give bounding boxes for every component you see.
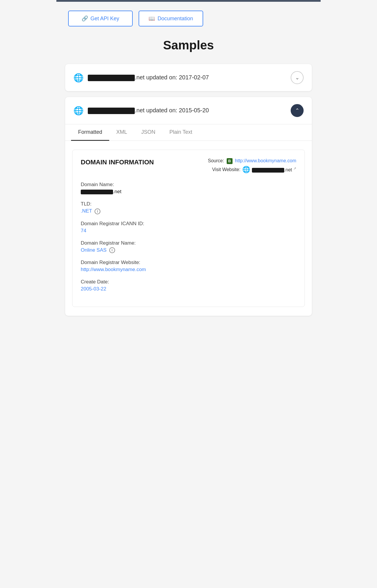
create-date-field: Create Date: 2005-03-22 — [81, 279, 296, 292]
link-icon: 🔗 — [82, 15, 88, 22]
toggle-btn-1[interactable]: ⌄ — [291, 71, 304, 84]
registrar-icann-field: Domain Registrar ICANN ID: 74 — [81, 221, 296, 234]
registrar-website-label: Domain Registrar Website: — [81, 260, 296, 265]
visit-website-label: Visit Website: — [212, 167, 240, 172]
sample-title-1: .net updated on: 2017-02-07 — [88, 74, 209, 81]
registrar-icann-label: Domain Registrar ICANN ID: — [81, 221, 296, 227]
book-icon: 📖 — [149, 15, 155, 22]
source-url-link[interactable]: http://www.bookmyname.com — [235, 158, 296, 163]
registrar-name-info-icon[interactable]: i — [109, 247, 115, 253]
ext-link-icon: ↗ — [293, 166, 296, 171]
redacted-domain-name — [81, 190, 113, 194]
sample-card-2: 🌐 .net updated on: 2015-05-20 ⌃ Formatte… — [65, 97, 312, 316]
create-date-label: Create Date: — [81, 279, 296, 285]
tab-plain-text[interactable]: Plain Text — [162, 124, 199, 141]
sample-header-1[interactable]: 🌐 .net updated on: 2017-02-07 ⌄ — [65, 64, 312, 91]
get-api-key-button[interactable]: 🔗 Get API Key — [68, 11, 133, 26]
source-row: Source: B http://www.bookmyname.com — [208, 158, 296, 164]
redacted-visit-domain — [252, 168, 284, 173]
redacted-domain-2 — [88, 108, 135, 114]
tab-json[interactable]: JSON — [134, 124, 162, 141]
domain-name-field: Domain Name: .net — [81, 182, 296, 195]
tab-formatted[interactable]: Formatted — [71, 124, 109, 141]
redacted-domain-1 — [88, 75, 135, 81]
sample-title-2: .net updated on: 2015-05-20 — [88, 107, 209, 114]
toggle-btn-2[interactable]: ⌃ — [291, 104, 304, 117]
visit-website-row: Visit Website: 🌐 .net ↗ — [208, 166, 296, 173]
registrar-name-label: Domain Registrar Name: — [81, 240, 296, 246]
tld-value: .NET i — [81, 208, 296, 214]
visit-globe-icon: 🌐 — [242, 166, 250, 173]
tld-info-icon[interactable]: i — [95, 208, 100, 214]
tld-field: TLD: .NET i — [81, 201, 296, 214]
documentation-label: Documentation — [157, 16, 193, 22]
tab-xml[interactable]: XML — [109, 124, 134, 141]
page-title: Samples — [56, 32, 321, 64]
chevron-down-icon-1: ⌄ — [295, 74, 299, 81]
sample-expanded-2: Formatted XML JSON Plain Text DOMAIN INF… — [65, 124, 312, 316]
domain-info-card: DOMAIN INFORMATION Source: B http://www.… — [72, 150, 305, 307]
documentation-button[interactable]: 📖 Documentation — [139, 11, 203, 26]
chevron-up-icon-2: ⌃ — [295, 107, 299, 114]
registrar-website-field: Domain Registrar Website: http://www.boo… — [81, 260, 296, 273]
registrar-icann-value: 74 — [81, 228, 296, 234]
domain-name-value: .net — [81, 189, 296, 195]
domain-name-label: Domain Name: — [81, 182, 296, 188]
domain-source: Source: B http://www.bookmyname.com Visi… — [208, 158, 296, 173]
registrar-name-field: Domain Registrar Name: Online SAS i — [81, 240, 296, 253]
tld-label: TLD: — [81, 201, 296, 207]
get-api-key-label: Get API Key — [90, 16, 119, 22]
globe-icon-2: 🌐 — [73, 106, 84, 116]
registrar-website-value: http://www.bookmyname.com — [81, 267, 296, 273]
source-icon-b: B — [227, 158, 233, 164]
sample-header-2[interactable]: 🌐 .net updated on: 2015-05-20 ⌃ — [65, 97, 312, 124]
registrar-website-link[interactable]: http://www.bookmyname.com — [81, 267, 146, 272]
globe-icon-1: 🌐 — [73, 73, 84, 83]
header-buttons: 🔗 Get API Key 📖 Documentation — [56, 2, 321, 32]
visit-domain: .net ↗ — [252, 166, 296, 173]
sample-header-left-1: 🌐 .net updated on: 2017-02-07 — [73, 73, 209, 83]
domain-info-header: DOMAIN INFORMATION Source: B http://www.… — [81, 158, 296, 173]
registrar-name-value: Online SAS i — [81, 247, 296, 253]
tabs-row: Formatted XML JSON Plain Text — [65, 124, 312, 141]
create-date-value: 2005-03-22 — [81, 286, 296, 292]
sample-card-1: 🌐 .net updated on: 2017-02-07 ⌄ — [65, 64, 312, 91]
samples-container: 🌐 .net updated on: 2017-02-07 ⌄ 🌐 .net u… — [56, 64, 321, 328]
domain-info-title: DOMAIN INFORMATION — [81, 158, 154, 167]
source-label: Source: — [208, 158, 224, 163]
sample-header-left-2: 🌐 .net updated on: 2015-05-20 — [73, 106, 209, 116]
tab-content-formatted: DOMAIN INFORMATION Source: B http://www.… — [65, 141, 312, 316]
